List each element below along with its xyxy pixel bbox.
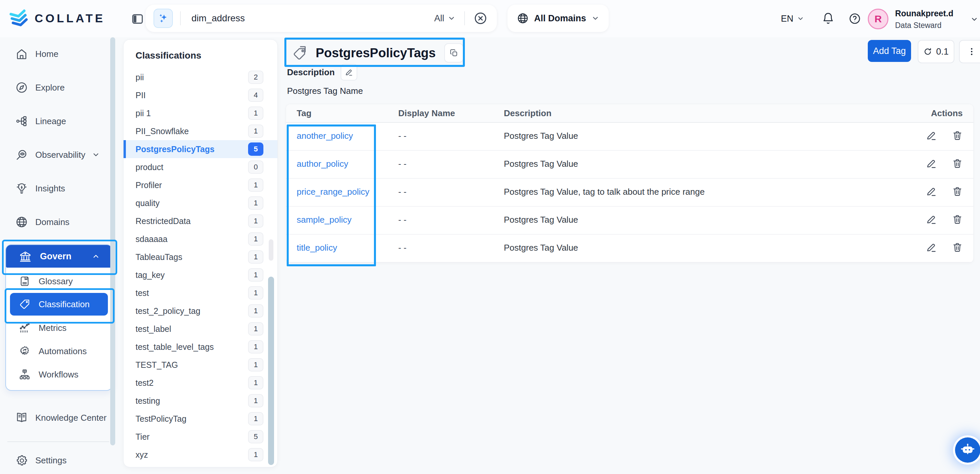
classification-item-restricteddata[interactable]: RestrictedData1	[124, 212, 277, 230]
count-badge: 5	[248, 142, 263, 156]
sidebar-item-automations[interactable]: Automations	[6, 339, 112, 363]
classification-item-test-label[interactable]: test_label1	[124, 320, 277, 338]
version-label: 0.1	[936, 46, 949, 57]
classification-item-tag-key[interactable]: tag_key1	[124, 266, 277, 284]
classification-item-product[interactable]: product0	[124, 158, 277, 176]
classification-item-testing[interactable]: testing1	[124, 392, 277, 410]
sidebar-item-knowledge-center[interactable]: Knowledge Center	[0, 401, 116, 434]
sidebar-item-label: Govern	[40, 251, 72, 262]
tags-icon	[293, 45, 309, 61]
classification-item-test-table-level-tags[interactable]: test_table_level_tags1	[124, 338, 277, 356]
kebab-icon	[967, 46, 977, 57]
home-icon	[15, 48, 28, 60]
classification-item-test-2-policy-tag[interactable]: test_2_policy_tag1	[124, 302, 277, 320]
delete-tag-button[interactable]	[952, 214, 963, 225]
classification-label: xyz	[135, 450, 148, 460]
search-scope-dropdown[interactable]: All	[434, 13, 455, 24]
delete-tag-button[interactable]	[952, 158, 963, 169]
tag-link[interactable]: sample_policy	[297, 215, 352, 225]
sidebar-item-home[interactable]: Home	[0, 37, 116, 71]
sidebar-item-domains[interactable]: Domains	[0, 205, 116, 239]
delete-tag-button[interactable]	[952, 130, 963, 141]
classification-label: PII_Snowflake	[135, 126, 189, 136]
global-search-bar[interactable]: dim_address All	[146, 5, 497, 32]
version-button[interactable]: 0.1	[918, 40, 955, 63]
edit-tag-button[interactable]	[926, 186, 937, 197]
sidebar-item-glossary[interactable]: Glossary	[6, 270, 112, 293]
sidebar-item-observability[interactable]: Observability	[0, 138, 116, 172]
sidebar-item-lineage[interactable]: Lineage	[0, 105, 116, 138]
logo-text: COLLATE	[35, 12, 105, 25]
copy-name-button[interactable]	[444, 43, 463, 62]
ai-search-chip[interactable]	[154, 9, 173, 28]
sidebar-item-explore[interactable]: Explore	[0, 71, 116, 104]
classification-item-profiler[interactable]: Profiler1	[124, 176, 277, 194]
sidebar-item-settings[interactable]: Settings	[0, 444, 116, 474]
description-cell: Postgres Tag Value	[504, 151, 896, 169]
collate-logo[interactable]: COLLATE	[9, 8, 105, 29]
edit-tag-button[interactable]	[926, 130, 937, 141]
edit-tag-button[interactable]	[926, 158, 937, 169]
sidebar-item-metrics[interactable]: Metrics	[6, 316, 112, 339]
sidebar-item-insights[interactable]: Insights	[0, 172, 116, 205]
delete-tag-button[interactable]	[952, 242, 963, 253]
classification-item-quality[interactable]: quality1	[124, 194, 277, 212]
edit-description-button[interactable]	[340, 64, 357, 81]
avatar[interactable]: R	[868, 9, 888, 29]
tag-link[interactable]: author_policy	[297, 159, 348, 169]
classifications-scrollbar[interactable]	[268, 277, 274, 465]
sidebar-item-label: Automations	[39, 346, 87, 356]
tag-link[interactable]: price_range_policy	[297, 187, 369, 197]
classification-item-pii[interactable]: pii2	[124, 68, 277, 86]
tag-link[interactable]: another_policy	[297, 131, 353, 141]
user-menu-chevron-icon[interactable]	[970, 15, 978, 23]
sidebar-scrollbar[interactable]	[110, 37, 115, 445]
add-tag-button[interactable]: Add Tag	[868, 40, 911, 62]
classification-item-xyz[interactable]: xyz1	[124, 446, 277, 464]
classification-label: PostgresPolicyTags	[135, 145, 215, 154]
search-divider	[464, 11, 465, 25]
sidebar-item-classification[interactable]: Classification	[10, 293, 108, 316]
clear-search-icon[interactable]	[474, 11, 487, 25]
classification-label: test_2_policy_tag	[135, 306, 200, 316]
notifications-bell-icon[interactable]	[822, 12, 834, 25]
edit-tag-button[interactable]	[926, 214, 937, 225]
language-dropdown[interactable]: EN	[781, 0, 804, 37]
description-text: Postgres Tag Name	[287, 86, 363, 96]
display-name-cell: - -	[398, 123, 504, 141]
tag-link[interactable]: title_policy	[297, 243, 337, 253]
chatbot-button[interactable]	[955, 437, 980, 463]
classification-label: Profiler	[135, 180, 162, 190]
all-domains-dropdown[interactable]: All Domains	[508, 5, 609, 32]
sidebar-item-label: Metrics	[39, 323, 67, 333]
sidebar-item-label: Glossary	[39, 276, 73, 286]
classification-item-tier[interactable]: Tier5	[124, 428, 277, 446]
classification-item-postgrespolicytags[interactable]: PostgresPolicyTags5	[124, 140, 277, 158]
classification-item-sdaaaaa[interactable]: sdaaaaa1	[124, 230, 277, 248]
delete-tag-button[interactable]	[952, 186, 963, 197]
edit-tag-button[interactable]	[926, 242, 937, 253]
classification-label: TableauTags	[135, 252, 182, 262]
page-title: PostgresPolicyTags	[316, 46, 436, 60]
sidebar-toggle-icon[interactable]	[131, 13, 144, 25]
sidebar-item-workflows[interactable]: Workflows	[6, 363, 112, 386]
classification-item-pii-1[interactable]: pii 11	[124, 104, 277, 122]
classification-item-test-tag[interactable]: TEST_TAG1	[124, 356, 277, 374]
search-input[interactable]: dim_address	[191, 13, 434, 24]
help-icon[interactable]	[848, 12, 861, 25]
classification-item-test[interactable]: test1	[124, 284, 277, 302]
classification-item-testpolicytag[interactable]: TestPolicyTag1	[124, 410, 277, 428]
user-name: Rounakpreet.d	[895, 9, 953, 18]
user-menu[interactable]: Rounakpreet.d Data Steward	[895, 9, 953, 30]
more-options-button[interactable]	[959, 40, 980, 63]
count-badge: 1	[248, 304, 263, 318]
classifications-scrollbar-thumb[interactable]	[269, 239, 274, 261]
classification-item-tableautags[interactable]: TableauTags1	[124, 248, 277, 266]
classification-item-pii[interactable]: PII4	[124, 86, 277, 104]
classification-item-pii-snowflake[interactable]: PII_Snowflake1	[124, 122, 277, 140]
count-badge: 1	[248, 340, 263, 353]
actions-cell	[896, 151, 963, 169]
classification-item-test2[interactable]: test21	[124, 374, 277, 392]
column-header-tag: Tag	[297, 108, 398, 119]
sidebar-item-govern[interactable]: Govern	[6, 245, 112, 268]
